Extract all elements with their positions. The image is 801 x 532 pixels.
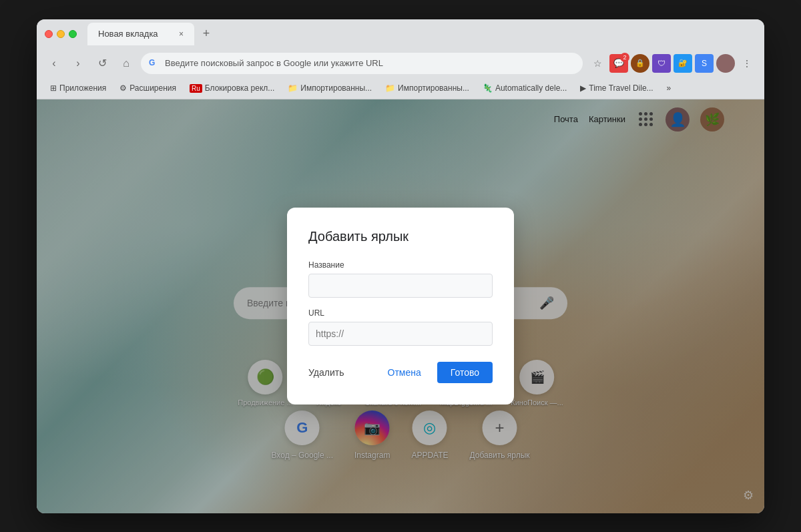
blocker-icon: Ru (190, 84, 202, 93)
security-icon: 🔐 (678, 59, 688, 67)
folder-icon-1: 📁 (288, 83, 298, 93)
nav-bar: ‹ › ↺ ⌂ G Введите поисковый запрос в Goo… (37, 49, 764, 78)
bookmark-extensions-label: Расширения (129, 83, 176, 93)
bookmark-blocker[interactable]: Ru Блокировка рекл... (184, 82, 280, 94)
forward-icon: › (76, 57, 79, 69)
done-button[interactable]: Готово (437, 362, 493, 383)
extensions-icon: ⚙ (119, 83, 127, 93)
time-travel-icon: ▶ (580, 83, 586, 93)
shield-icon: 🛡 (657, 59, 665, 68)
bookmark-time-travel-label: Time Travel Dile... (589, 83, 653, 93)
page-content: Почта Картинки 👤 🌿 Введите поисковый зап… (37, 99, 764, 513)
name-input[interactable] (308, 274, 493, 298)
traffic-lights (45, 30, 77, 38)
user-avatar[interactable] (716, 54, 735, 73)
maximize-button[interactable] (69, 30, 77, 38)
translate-icon: S (702, 59, 707, 68)
bookmark-imported-1-label: Импортированны... (300, 83, 372, 93)
bookmark-more[interactable]: » (661, 82, 677, 94)
back-button[interactable]: ‹ (45, 54, 63, 73)
more-bookmarks-icon: » (667, 83, 672, 93)
back-icon: ‹ (52, 57, 55, 69)
url-field-group: URL (308, 308, 493, 346)
auto-delete-icon: 🦎 (483, 83, 493, 93)
browser-window: Новая вкладка × + ‹ › ↺ ⌂ G Введите поис… (37, 19, 764, 513)
bookmark-apps-label: Приложения (59, 83, 106, 93)
minimize-button[interactable] (57, 30, 65, 38)
modal-title: Добавить ярлык (308, 229, 493, 244)
extension-icon-translate[interactable]: S (695, 54, 714, 73)
bookmark-imported-1[interactable]: 📁 Импортированны... (282, 82, 377, 94)
modal-actions: Удалить Отмена Готово (308, 362, 493, 383)
tab-close-button[interactable]: × (179, 29, 184, 39)
title-bar: Новая вкладка × + (37, 19, 764, 49)
modal-overlay: Добавить ярлык Название URL Удалить Отме… (37, 99, 764, 513)
tab-title: Новая вкладка (98, 29, 158, 39)
name-label: Название (308, 260, 493, 270)
close-button[interactable] (45, 30, 53, 38)
name-field-group: Название (308, 260, 493, 298)
home-icon: ⌂ (123, 57, 129, 69)
address-text: Введите поисковый запрос в Google или ук… (165, 58, 575, 68)
nav-actions: ☆ 💬 2 🔒 🛡 🔐 S ⋮ (588, 54, 756, 73)
extension-icon-messaging[interactable]: 💬 2 (609, 54, 628, 73)
privacy-icon: 🔒 (635, 59, 645, 67)
extension-icon-shield[interactable]: 🛡 (652, 54, 671, 73)
reload-button[interactable]: ↺ (93, 54, 111, 73)
tab-bar: Новая вкладка × + (87, 23, 756, 45)
extension-icon-security[interactable]: 🔐 (674, 54, 692, 73)
add-shortcut-modal: Добавить ярлык Название URL Удалить Отме… (287, 208, 514, 405)
bookmarks-bar: ⊞ Приложения ⚙ Расширения Ru Блокировка … (37, 78, 764, 99)
bookmark-blocker-label: Блокировка рекл... (205, 83, 274, 93)
extension-badge: 2 (620, 53, 629, 62)
bookmark-extensions[interactable]: ⚙ Расширения (114, 82, 182, 94)
bookmark-time-travel[interactable]: ▶ Time Travel Dile... (575, 82, 658, 94)
cancel-button[interactable]: Отмена (377, 362, 432, 383)
bookmark-star-button[interactable]: ☆ (588, 54, 607, 73)
active-tab[interactable]: Новая вкладка × (87, 23, 194, 45)
home-button[interactable]: ⌂ (117, 54, 136, 73)
new-tab-button[interactable]: + (197, 25, 216, 43)
more-menu-button[interactable]: ⋮ (738, 54, 756, 73)
forward-button[interactable]: › (69, 54, 87, 73)
folder-icon-2: 📁 (385, 83, 395, 93)
bookmark-imported-2[interactable]: 📁 Импортированны... (380, 82, 475, 94)
delete-button[interactable]: Удалить (308, 362, 344, 383)
google-g-icon: G (149, 58, 160, 69)
bookmark-auto-delete[interactable]: 🦎 Automatically dele... (477, 82, 572, 94)
address-bar[interactable]: G Введите поисковый запрос в Google или … (141, 53, 583, 74)
url-input[interactable] (308, 322, 493, 346)
reload-icon: ↺ (98, 57, 107, 69)
url-label: URL (308, 308, 493, 318)
apps-grid-icon: ⊞ (50, 83, 57, 93)
bookmark-imported-2-label: Импортированны... (398, 83, 469, 93)
bookmark-apps[interactable]: ⊞ Приложения (45, 82, 111, 94)
extension-icon-privacy[interactable]: 🔒 (631, 54, 649, 73)
bookmark-auto-delete-label: Automatically dele... (495, 83, 567, 93)
